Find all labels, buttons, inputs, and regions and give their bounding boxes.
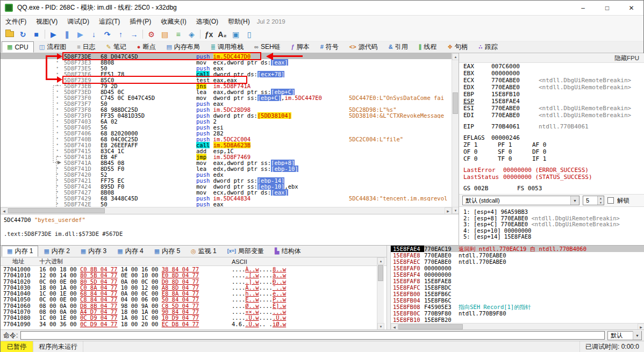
memory-map-icon[interactable]: ▤ — [158, 28, 171, 40]
menu-item-view[interactable]: 视图(V) — [31, 16, 62, 28]
tab-locals[interactable]: [x=]局部变量 — [222, 246, 269, 257]
breakpoint-dot[interactable]: • — [1, 177, 64, 183]
arg-row[interactable]: 5: [esp+14] 15E8FAE8 — [459, 233, 644, 240]
breakpoint-dot[interactable]: • — [1, 65, 64, 71]
case-convert-icon[interactable]: A₂ — [216, 28, 229, 40]
menu-item-plugins[interactable]: 插件(P) — [125, 16, 156, 28]
flags-row[interactable]: OF 0SF 0DF 0 — [459, 148, 644, 155]
disasm-row[interactable]: •5D8F74278B08mov ecx,dword ptr ds:[eax] — [1, 189, 452, 195]
stack-row[interactable]: 15E8FAF000000000 — [391, 265, 644, 271]
breakpoint-dot[interactable]: • — [1, 53, 64, 59]
menu-item-favourites[interactable]: 收藏夹(I) — [156, 16, 191, 28]
breakpoint-dot[interactable]: • — [1, 148, 64, 154]
dump-row[interactable]: 770410801C 00 1E 00 0C D9 04 77 1A 00 1C… — [1, 314, 387, 320]
breakpoint-dot[interactable]: • — [1, 136, 64, 142]
restart-icon[interactable]: ↻ — [16, 28, 30, 40]
disasm-row[interactable]: •5D8F73E985C0test eax,eax — [1, 77, 452, 83]
breakpoint-dot[interactable]: • — [1, 124, 64, 130]
breakpoint-dot[interactable]: • — [1, 166, 64, 171]
breakpoint-dot[interactable]: • — [1, 59, 64, 65]
breakpoint-dot[interactable]: • — [1, 83, 64, 89]
disasm-row[interactable]: •5D8F74036A 02push 2 — [1, 118, 452, 124]
disasm-row[interactable]: •5D8F740556push esi — [1, 124, 452, 130]
spinner-down-icon[interactable]: ▼ — [598, 200, 604, 205]
dump-vscrollbar[interactable]: ▲ ▼ — [377, 257, 384, 330]
tab-call-stack[interactable]: ≣调用堆栈 — [205, 41, 249, 53]
stack-row[interactable]: 15E8FAE8770EABE0ntdll.770EABE0 — [391, 252, 644, 258]
cpu-chip-icon[interactable]: ▣ — [229, 28, 242, 40]
stack-row[interactable]: 15E8FAF815E8FAE8 — [391, 278, 644, 284]
maximize-button[interactable]: □ — [595, 1, 619, 16]
hscroll-thumb[interactable] — [398, 324, 463, 329]
register-row[interactable]: EBX00000000 — [459, 70, 644, 77]
stack-row[interactable]: 15E8FAEC770EABE0ntdll.770EABE0 — [391, 258, 644, 265]
spinner-up-icon[interactable]: ▲ — [598, 196, 604, 200]
disasm-row[interactable]: •5D8F73DE68 D047C45Dpush im.5DC447D0 — [1, 53, 452, 59]
disasm-row[interactable]: •5D8F73E550push eax — [1, 65, 452, 71]
menu-item-file[interactable]: 文件(F) — [1, 16, 31, 28]
tab-source[interactable]: <>源代码 — [344, 41, 383, 53]
unlock-checkbox[interactable] — [607, 197, 614, 204]
disasm-row[interactable]: •5D8F741583C4 1Cadd esp,1C — [1, 148, 452, 154]
stack-row[interactable]: 15E8FAFC15E8FBDC — [391, 284, 644, 291]
tab-seh[interactable]: ∞SEH链 — [249, 41, 286, 53]
dump-row[interactable]: 7704100016 00 18 00 C0 8B 04 77 14 00 16… — [1, 266, 387, 272]
disasm-row[interactable]: •5D8F73F868 988DC25Dpush im.5DC28D985DC2… — [1, 106, 452, 112]
disasm-row[interactable]: •5D8F73ED8D45 0Clea eax,dword ptr ss:[eb… — [1, 89, 452, 95]
dump-row[interactable]: 770410500C 00 0E 00 C8 84 04 77 04 00 06… — [1, 296, 387, 302]
step-into-icon[interactable]: ↓ — [87, 28, 101, 40]
disasm-row[interactable]: •5D8F73F750push eax — [1, 100, 452, 106]
stack-row[interactable]: 15E8FAE4770EAC19返回到 ntdll.770EAC19 自 ntd… — [391, 246, 644, 252]
command-profile-dropdown[interactable]: 默认 ▼ — [607, 331, 642, 340]
register-row[interactable]: ESI770EABE0<ntdll.DbgUiRemoteBreakin> — [459, 105, 644, 112]
run-trace-icon[interactable]: ▶ — [74, 28, 87, 40]
disasm-row[interactable]: •5D8F742052push edx — [1, 171, 452, 177]
segment-registers-row[interactable]: GS 002BFS 0053 — [459, 185, 644, 192]
close-button[interactable]: ✕ — [619, 1, 643, 16]
dump-row[interactable]: 7704107008 00 0A 00 A4 D7 04 77 18 00 1A… — [1, 308, 387, 314]
tab-watch-1[interactable]: ◎监视 1 — [185, 246, 222, 257]
command-input[interactable] — [20, 331, 605, 340]
breakpoint-dot[interactable]: • — [1, 118, 64, 124]
hscroll-thumb[interactable] — [8, 208, 105, 213]
tab-dump-2[interactable]: ▦内存 2 — [38, 246, 75, 257]
disasm-row[interactable]: •5D8F740B68 04C0C25Dpush im.5DC2C0045DC2… — [1, 136, 452, 142]
arg-row[interactable]: 1: [esp+4] 96A59BB3 — [459, 209, 644, 215]
flags-row[interactable]: CF 0TF 0IF 1 — [459, 155, 644, 162]
vscroll-thumb[interactable] — [453, 92, 458, 114]
stack-row[interactable]: 15E8FB08F45905E3指向SEH_Record[1]的指针 — [391, 304, 644, 310]
disasm-row[interactable]: •5D8F7424895D F0mov dword ptr ss:[ebp-10… — [1, 183, 452, 189]
last-status-row[interactable]: LastStatus00000000 (STATUS_SUCCESS) — [459, 174, 644, 181]
dump-row[interactable]: 7704109034 00 36 00 0C D9 04 77 18 00 20… — [1, 321, 387, 327]
disasm-row[interactable]: •5D8F742968 3448C45Dpush im.5DC448345DC4… — [1, 195, 452, 201]
pause-icon[interactable]: ∥ — [60, 28, 74, 40]
step-out-icon[interactable]: ↑ — [114, 28, 127, 40]
breakpoint-dot[interactable]: • — [1, 171, 64, 177]
dump-row[interactable]: 770410200C 00 0E 00 80 5D 04 77 0A 00 0C… — [1, 278, 387, 284]
run-icon[interactable]: ▶ — [47, 28, 60, 40]
callconv-dropdown[interactable]: 默认 (stdcall) ▼ — [462, 196, 579, 205]
disasm-hscrollbar[interactable]: ◀ ▶ — [1, 207, 452, 214]
dump-row[interactable]: 7704106008 00 0A 00 D8 8B 04 77 98 00 9A… — [1, 303, 387, 308]
tab-symbols[interactable]: #符号 — [315, 41, 344, 53]
register-row[interactable]: EDX770EABE0<ntdll.DbgUiRemoteBreakin> — [459, 84, 644, 91]
stop-icon[interactable]: ■ — [30, 28, 43, 40]
arg-depth-spinner[interactable]: 5 ▲▼ — [583, 196, 604, 205]
disasm-row[interactable]: •5D8F7418EB 4Fjmp im.5D8F7469 — [1, 154, 452, 160]
breakpoint-dot[interactable]: • — [1, 160, 64, 166]
disasm-row[interactable]: •5D8F7410E8 26EEFAFFcall im.5D8A623B — [1, 142, 452, 148]
breakpoint-dot[interactable]: • — [1, 154, 64, 160]
tab-references[interactable]: &引用 — [383, 41, 413, 53]
tab-log[interactable]: ≡日志 — [71, 41, 101, 53]
disasm-row[interactable]: •5D8F73FDFF35 0481D35Dpush dword ptr ds:… — [1, 112, 452, 118]
breakpoint-dot[interactable]: • — [1, 183, 64, 189]
breakpoint-dot[interactable]: • — [1, 89, 64, 95]
disasm-vscrollbar[interactable]: ▲ ▼ — [452, 53, 459, 214]
disasm-row[interactable]: •5D8F73EB79 2Djns im.5D8F741A — [1, 83, 452, 89]
settings-icon[interactable]: ⚙ — [145, 28, 158, 40]
breakpoint-dot[interactable]: • — [1, 100, 64, 106]
menu-item-trace[interactable]: 追踪(T) — [94, 16, 125, 28]
tab-notes[interactable]: ✎笔记 — [101, 41, 132, 53]
breakpoint-dot[interactable]: • — [1, 95, 64, 100]
script-function-icon[interactable]: ƒx — [202, 28, 216, 40]
